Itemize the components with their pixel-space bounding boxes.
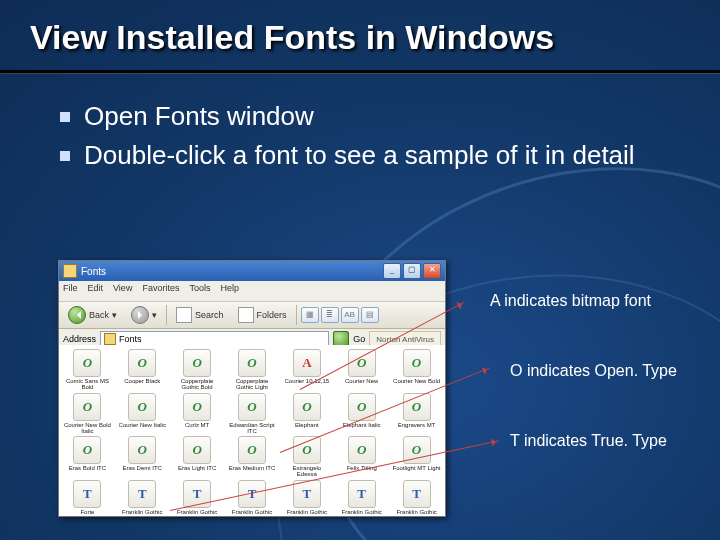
font-item[interactable]: OCopperplate Gothic Bold xyxy=(171,349,224,391)
font-name-label: Estrangelo Edessa xyxy=(282,465,332,478)
folders-icon xyxy=(238,307,254,323)
font-item[interactable]: TFranklin Gothic Book xyxy=(116,480,169,516)
opentype-icon: O xyxy=(238,393,266,421)
opentype-icon: O xyxy=(348,393,376,421)
opentype-icon: O xyxy=(73,349,101,377)
font-item[interactable]: OCurlz MT xyxy=(171,393,224,435)
font-name-label: Franklin Gothic Book Italic xyxy=(172,509,222,516)
menu-view[interactable]: View xyxy=(113,283,132,299)
opentype-icon: O xyxy=(403,349,431,377)
toolbar: Back ▾ ▾ Search Folders ▦ ≣ AB ▤ xyxy=(59,302,445,329)
folder-icon xyxy=(63,264,77,278)
menu-bar: File Edit View Favorites Tools Help xyxy=(59,281,445,302)
folder-icon xyxy=(104,333,116,345)
address-label: Address xyxy=(63,334,96,344)
font-name-label: Copperplate Gothic Light xyxy=(227,378,277,391)
window-titlebar[interactable]: Fonts _ ▢ ✕ xyxy=(59,261,445,281)
minimize-button[interactable]: _ xyxy=(383,263,401,279)
font-item[interactable]: OComic Sans MS Bold xyxy=(61,349,114,391)
annotation-opentype: O indicates Open. Type xyxy=(510,362,677,380)
fonts-window: Fonts _ ▢ ✕ File Edit View Favorites Too… xyxy=(58,260,446,517)
annotation-bitmap: A indicates bitmap font xyxy=(490,292,651,310)
annotation-truetype: T indicates True. Type xyxy=(510,432,667,450)
back-label: Back xyxy=(89,310,109,320)
forward-button[interactable]: ▾ xyxy=(126,303,162,327)
font-item[interactable]: OCopperplate Gothic Light xyxy=(226,349,279,391)
slide-title: View Installed Fonts in Windows xyxy=(30,18,690,57)
font-item[interactable]: OCooper Black xyxy=(116,349,169,391)
truetype-icon: T xyxy=(73,480,101,508)
font-item[interactable]: TFranklin Gothic Demi Italic xyxy=(335,480,388,516)
font-item[interactable]: OElephant xyxy=(280,393,333,435)
font-item[interactable]: TForte xyxy=(61,480,114,516)
font-item[interactable]: OEngravers MT xyxy=(390,393,443,435)
font-name-label: Franklin Gothic Heavy xyxy=(392,509,442,516)
font-item[interactable]: OEras Bold ITC xyxy=(61,436,114,478)
back-icon xyxy=(68,306,86,324)
bullet-list: Open Fonts window Double-click a font to… xyxy=(60,100,680,177)
folders-button[interactable]: Folders xyxy=(233,304,292,326)
opentype-icon: O xyxy=(183,393,211,421)
forward-icon xyxy=(131,306,149,324)
title-divider xyxy=(0,70,720,73)
opentype-icon: O xyxy=(128,393,156,421)
opentype-icon: O xyxy=(183,349,211,377)
bullet-icon xyxy=(60,151,70,161)
font-item[interactable]: OEras Light ITC xyxy=(171,436,224,478)
opentype-icon: O xyxy=(238,349,266,377)
bullet-icon xyxy=(60,112,70,122)
maximize-button[interactable]: ▢ xyxy=(403,263,421,279)
search-icon xyxy=(176,307,192,323)
font-name-label: Courier New Bold Italic xyxy=(62,422,112,435)
view-list-button[interactable]: ≣ xyxy=(321,307,339,323)
menu-help[interactable]: Help xyxy=(220,283,239,299)
truetype-icon: T xyxy=(128,480,156,508)
search-label: Search xyxy=(195,310,224,320)
font-item[interactable]: OEdwardian Script ITC xyxy=(226,393,279,435)
font-item[interactable]: OEstrangelo Edessa xyxy=(280,436,333,478)
view-large-icons-button[interactable]: ▦ xyxy=(301,307,319,323)
search-button[interactable]: Search xyxy=(171,304,229,326)
font-name-label: Franklin Gothic Demi Italic xyxy=(337,509,387,516)
folders-label: Folders xyxy=(257,310,287,320)
menu-file[interactable]: File xyxy=(63,283,78,299)
bullet-text: Double-click a font to see a sample of i… xyxy=(84,139,635,172)
opentype-icon: O xyxy=(73,436,101,464)
view-similarity-button[interactable]: AB xyxy=(341,307,359,323)
font-item[interactable]: OCourier New Italic xyxy=(116,393,169,435)
opentype-icon: O xyxy=(348,349,376,377)
font-name-label: Curlz MT xyxy=(185,422,209,428)
view-mode-group: ▦ ≣ AB ▤ xyxy=(301,307,379,323)
font-item[interactable]: TFranklin Gothic Demi xyxy=(226,480,279,516)
font-item[interactable]: TFranklin Gothic Book Italic xyxy=(171,480,224,516)
toolbar-separator xyxy=(166,305,167,325)
slide: View Installed Fonts in Windows Open Fon… xyxy=(0,0,720,540)
menu-favorites[interactable]: Favorites xyxy=(142,283,179,299)
font-name-label: Franklin Gothic Demi Cond xyxy=(282,509,332,516)
font-name-label: Cooper Black xyxy=(124,378,160,384)
address-value: Fonts xyxy=(119,334,142,344)
font-name-label: Eras Light ITC xyxy=(178,465,216,471)
opentype-icon: O xyxy=(293,393,321,421)
font-item[interactable]: OElephant Italic xyxy=(335,393,388,435)
truetype-icon: T xyxy=(348,480,376,508)
font-item[interactable]: OCourier New Bold Italic xyxy=(61,393,114,435)
view-details-button[interactable]: ▤ xyxy=(361,307,379,323)
menu-edit[interactable]: Edit xyxy=(88,283,104,299)
font-item[interactable]: OCourier New Bold xyxy=(390,349,443,391)
font-name-label: Courier New xyxy=(345,378,378,384)
font-item[interactable]: OEras Demi ITC xyxy=(116,436,169,478)
font-name-label: Eras Bold ITC xyxy=(69,465,106,471)
close-button[interactable]: ✕ xyxy=(423,263,441,279)
back-button[interactable]: Back ▾ xyxy=(63,303,122,327)
font-name-label: Copperplate Gothic Bold xyxy=(172,378,222,391)
font-item[interactable]: OFelix Titling xyxy=(335,436,388,478)
font-name-label: Franklin Gothic Demi xyxy=(227,509,277,516)
font-name-label: Elephant xyxy=(295,422,319,428)
toolbar-separator xyxy=(296,305,297,325)
font-item[interactable]: TFranklin Gothic Heavy xyxy=(390,480,443,516)
opentype-icon: O xyxy=(73,393,101,421)
menu-tools[interactable]: Tools xyxy=(189,283,210,299)
opentype-icon: O xyxy=(238,436,266,464)
font-item[interactable]: OEras Medium ITC xyxy=(226,436,279,478)
